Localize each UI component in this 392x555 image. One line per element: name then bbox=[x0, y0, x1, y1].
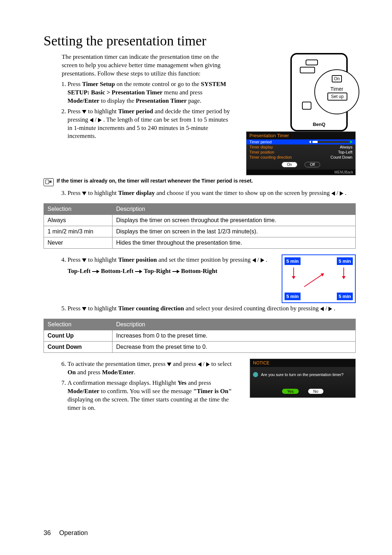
osd-panel: Presentation Timer Timer period Timer di… bbox=[246, 131, 356, 175]
page-number: 36 bbox=[44, 529, 51, 536]
left-icon bbox=[90, 118, 93, 122]
step-5: Press to highlight Timer counting direct… bbox=[68, 305, 356, 313]
right-icon bbox=[261, 258, 264, 262]
left-icon bbox=[331, 191, 335, 196]
section-name: Operation bbox=[59, 529, 88, 536]
right-icon bbox=[328, 307, 332, 311]
steps-list-5: To activate the presentation timer, pres… bbox=[44, 360, 239, 415]
notice-no-button: No bbox=[308, 389, 323, 394]
osd-row-counting-direction: Timer counting direction Count Down bbox=[246, 155, 355, 160]
right-icon bbox=[98, 118, 102, 122]
note-icon bbox=[44, 178, 54, 186]
intro-paragraph: The presentation timer can indicate the … bbox=[62, 53, 232, 78]
notice-dialog: NOTICE Are you sure to turn on the prese… bbox=[250, 359, 356, 398]
notice-yes-button: Yes bbox=[282, 389, 299, 394]
table-counting-direction: Selection Description Count UpIncreases … bbox=[44, 319, 356, 353]
note-text: If the timer is already on, the timer wi… bbox=[57, 177, 253, 184]
arrow-right-icon bbox=[92, 270, 99, 273]
brand-label: BenQ bbox=[292, 122, 346, 127]
osd-title: Presentation Timer bbox=[246, 132, 355, 139]
down-icon bbox=[167, 363, 171, 366]
osd-row-timer-period: Timer period bbox=[246, 139, 355, 144]
right-icon bbox=[206, 362, 210, 367]
notice-title: NOTICE bbox=[250, 359, 355, 367]
table-timer-display: Selection Description AlwaysDisplays the… bbox=[44, 203, 356, 249]
osd-row-timer-display: Timer display Always bbox=[246, 144, 355, 150]
down-icon bbox=[82, 192, 86, 195]
step-4: Press to highlight Timer position and se… bbox=[68, 256, 271, 276]
magnifier-circle: On Timer Set up bbox=[314, 69, 359, 114]
osd-row-timer-position: Timer position Top-Left bbox=[246, 150, 355, 155]
left-icon bbox=[198, 362, 201, 367]
arrow-right-icon bbox=[172, 270, 180, 273]
page-footer: 36 Operation bbox=[44, 529, 88, 537]
notice-message: Are you sure to turn on the presentation… bbox=[250, 367, 355, 387]
down-icon bbox=[82, 110, 86, 114]
page-title: Setting the presentation timer bbox=[44, 33, 356, 49]
right-icon bbox=[340, 191, 343, 196]
left-icon bbox=[320, 307, 324, 311]
step-3: Press to highlight Timer display and cho… bbox=[68, 189, 356, 197]
steps-list-2: Press to highlight Timer display and cho… bbox=[44, 189, 356, 197]
position-figure: 5 min 5 min 5 min 5 min bbox=[282, 254, 356, 303]
step-7: A confirmation message displays. Highlig… bbox=[68, 379, 239, 412]
remote-figure: BenQ On Timer Set up bbox=[279, 53, 356, 129]
osd-off-button: Off bbox=[305, 162, 320, 167]
step-1: Press Timer Setup on the remote control … bbox=[68, 80, 232, 105]
down-icon bbox=[82, 258, 86, 262]
left-icon bbox=[252, 258, 256, 262]
osd-foot: MENUBack bbox=[246, 170, 355, 175]
steps-list-3: Press to highlight Timer position and se… bbox=[44, 256, 271, 278]
step-2: Press to highlight Timer period and deci… bbox=[68, 107, 232, 141]
down-icon bbox=[82, 307, 86, 311]
steps-list-4: Press to highlight Timer counting direct… bbox=[44, 305, 356, 313]
steps-list-1: Press Timer Setup on the remote control … bbox=[44, 80, 232, 141]
arrow-right-icon bbox=[135, 270, 142, 273]
osd-on-button: On bbox=[282, 162, 297, 167]
step-6: To activate the presentation timer, pres… bbox=[68, 360, 239, 377]
